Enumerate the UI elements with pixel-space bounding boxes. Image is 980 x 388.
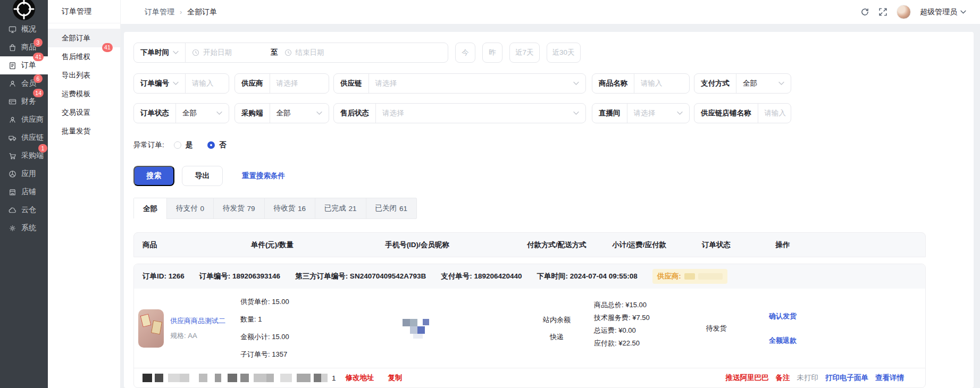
print-label-link[interactable]: 打印电子面单: [825, 373, 868, 383]
status-cell: 待发货: [690, 297, 743, 359]
after-sale-status-select[interactable]: 请选择: [376, 108, 585, 118]
submenu-item-after-sale[interactable]: 售后维权41: [48, 47, 120, 66]
sidebar-item-finance[interactable]: 财务 14: [0, 92, 48, 111]
sidebar-item-apps[interactable]: 应用: [0, 165, 48, 183]
tab-closed[interactable]: 已关闭61: [366, 198, 417, 218]
supply-chain-filter[interactable]: 供应链 请选择: [333, 73, 586, 94]
user-menu[interactable]: 超级管理员: [920, 7, 966, 17]
date-range-picker[interactable]: 开始日期 至 结束日期: [186, 43, 448, 62]
order-number: 订单编号: 189206393146: [199, 272, 280, 281]
search-button[interactable]: 搜索: [133, 166, 174, 186]
chevron-down-icon: [573, 81, 579, 86]
topbar-right: 超级管理员: [860, 5, 966, 19]
abnormal-order-row: 异常订单: 是 否: [133, 140, 974, 150]
pay-method-filter[interactable]: 支付方式 全部: [694, 73, 791, 94]
blurred-member-id: [403, 316, 432, 341]
live-room-filter[interactable]: 直播间 请选择: [592, 103, 690, 123]
sidebar-item-shop[interactable]: 店铺: [0, 183, 48, 201]
supply-unit-price: 供货单价: 15.00: [240, 297, 309, 307]
after-sale-status-filter[interactable]: 售后状态 请选择: [333, 103, 586, 123]
user-avatar[interactable]: [897, 5, 911, 19]
submenu-item-batch-ship[interactable]: 批量发货: [48, 122, 120, 140]
quick-7days-button[interactable]: 近7天: [509, 43, 540, 63]
sidebar-item-system[interactable]: 系统: [0, 219, 48, 237]
remark-link[interactable]: 备注: [776, 373, 790, 383]
chain-shop-name-input[interactable]: 请输入: [758, 108, 791, 118]
tab-all[interactable]: 全部: [134, 198, 167, 219]
breadcrumb-order-management[interactable]: 订单管理: [145, 7, 174, 17]
quick-today-button[interactable]: 今: [455, 43, 475, 63]
chain-shop-name-filter[interactable]: 供应链店铺名称 请输入: [694, 103, 791, 123]
refresh-button[interactable]: [860, 7, 869, 16]
product-name-filter[interactable]: 商品名称 请输入: [592, 73, 690, 94]
order-status-value: 全部: [182, 108, 197, 118]
abnormal-order-label: 异常订单:: [133, 140, 164, 150]
sidebar-item-orders[interactable]: 订单 41: [0, 56, 48, 74]
tab-pending-receipt[interactable]: 待收货16: [265, 198, 316, 218]
sidebar-nav: 概况 商品 3 订单 41 会员 6 财务 14: [0, 20, 48, 237]
chevron-down-icon: [173, 81, 179, 86]
app-window: 概况 商品 3 订单 41 会员 6 财务 14: [0, 0, 980, 388]
sidebar-item-overview[interactable]: 概况: [0, 20, 48, 38]
order-no-input[interactable]: 请输入: [186, 79, 229, 88]
supplier-select[interactable]: 请选择: [270, 79, 329, 88]
order-no-filter[interactable]: 订单编号 请输入: [133, 73, 229, 94]
quick-30days-button[interactable]: 近30天: [547, 43, 581, 63]
freight-total: 总运费: ¥0.00: [594, 326, 690, 335]
supply-chain-select[interactable]: 请选择: [369, 79, 586, 88]
clock-icon: [192, 49, 199, 56]
supplier-filter[interactable]: 供应商 请选择: [234, 73, 329, 94]
finance-badge: 14: [33, 89, 44, 97]
submenu-item-freight-template[interactable]: 运费模板: [48, 85, 120, 103]
pay-method-select[interactable]: 全部: [736, 79, 791, 88]
edit-address-link[interactable]: 修改地址: [346, 373, 374, 383]
gear-icon: [9, 224, 16, 232]
totals-cell: 商品总价: ¥15.00 技术服务费: ¥7.50 总运费: ¥0.00 应付款…: [589, 300, 690, 359]
breadcrumb: 订单管理 › 全部订单: [145, 7, 217, 17]
copy-address-link[interactable]: 复制: [388, 373, 403, 383]
fullscreen-button[interactable]: [878, 7, 887, 16]
procure-side-filter[interactable]: 采购端 全部: [234, 103, 329, 123]
order-status-select[interactable]: 全部: [176, 108, 229, 118]
sidebar-item-cloud-warehouse[interactable]: 云仓: [0, 201, 48, 219]
goods-total: 商品总价: ¥15.00: [594, 300, 690, 310]
filter-row-1: 下单时间 开始日期 至 结束日期: [133, 43, 974, 63]
product-thumbnail[interactable]: [138, 309, 164, 348]
export-button[interactable]: 导出: [182, 166, 223, 186]
order-status-filter[interactable]: 订单状态 全部: [133, 103, 229, 123]
tab-completed[interactable]: 已完成21: [315, 198, 366, 218]
reset-search-link[interactable]: 重置搜索条件: [242, 171, 285, 181]
header-member: 手机号(ID)/会员昵称: [309, 240, 525, 250]
time-type-select[interactable]: 下单时间: [134, 48, 185, 57]
push-alibaba-link[interactable]: 推送阿里巴巴: [726, 373, 769, 383]
view-details-link[interactable]: 查看详情: [875, 373, 904, 383]
product-spec: 规格: AA: [170, 331, 225, 341]
supplier-label: 供应商: [235, 79, 270, 88]
end-date-input[interactable]: 结束日期: [278, 48, 331, 57]
after-sale-badge: 41: [102, 43, 113, 52]
tab-count: 79: [247, 205, 255, 213]
header-product: 商品: [134, 240, 235, 250]
quick-yesterday-button[interactable]: 昨: [482, 43, 502, 63]
app-logo[interactable]: [0, 0, 48, 18]
submenu-item-export-list[interactable]: 导出列表: [48, 66, 120, 85]
abnormal-no-radio[interactable]: 否: [207, 140, 227, 150]
procure-side-select[interactable]: 全部: [270, 108, 329, 118]
confirm-ship-link[interactable]: 确认发货: [769, 311, 797, 321]
sidebar-item-procurement[interactable]: 采购端 1: [0, 147, 48, 165]
product-name-label: 商品名称: [592, 79, 634, 88]
amount-subtotal: 金额小计: 15.00: [240, 332, 309, 342]
tab-pending-payment[interactable]: 待支付0: [167, 198, 214, 218]
payment-delivery-cell: 站内余额 快递: [525, 297, 589, 359]
start-date-input[interactable]: 开始日期: [186, 48, 271, 57]
abnormal-yes-radio[interactable]: 是: [174, 140, 193, 150]
product-name-link[interactable]: 供应商商品测试二: [170, 316, 225, 326]
tab-pending-shipment[interactable]: 待发货79: [214, 198, 265, 218]
product-name-input[interactable]: 请输入: [634, 79, 689, 88]
submenu-item-trade-settings[interactable]: 交易设置: [48, 103, 120, 122]
live-room-select[interactable]: 请选择: [627, 108, 690, 118]
sidebar-item-label: 订单: [21, 61, 36, 70]
full-refund-link[interactable]: 全额退款: [769, 336, 797, 345]
sidebar-item-suppliers[interactable]: 供应商: [0, 111, 48, 129]
sidebar-item-label: 云仓: [21, 205, 36, 215]
